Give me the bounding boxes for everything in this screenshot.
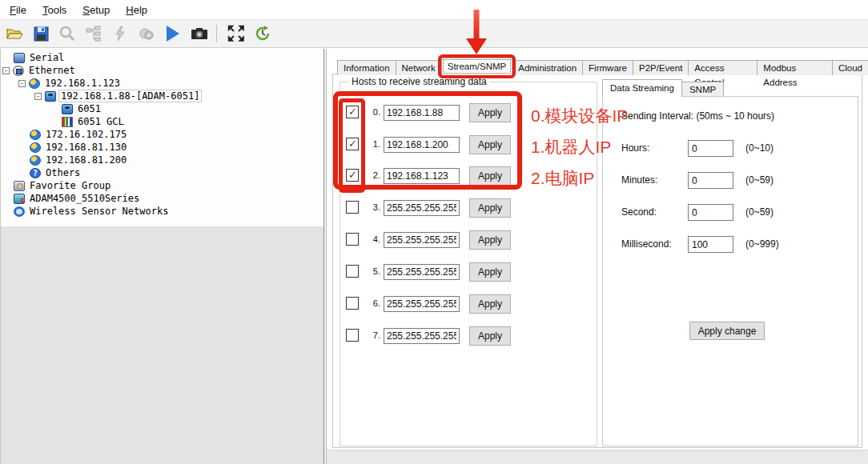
apply-button-3[interactable]: Apply bbox=[469, 198, 511, 218]
tab-snmp[interactable]: SNMP bbox=[681, 82, 724, 97]
open-folder-button[interactable] bbox=[2, 22, 26, 45]
tab-p2p-event[interactable]: P2P/Event bbox=[633, 60, 689, 75]
globe-icon bbox=[30, 130, 41, 140]
tree-item-ip-172[interactable]: 172.16.102.175 bbox=[1, 128, 324, 141]
collapse-toggle[interactable]: - bbox=[2, 67, 10, 74]
menu-file[interactable]: File bbox=[2, 2, 34, 18]
open-folder-icon bbox=[6, 26, 23, 41]
host-ip-input-3[interactable] bbox=[384, 200, 460, 216]
stream-monitor-icon bbox=[139, 26, 155, 41]
save-button[interactable] bbox=[29, 22, 53, 45]
tab-network[interactable]: Network bbox=[396, 60, 442, 75]
host-row-4: 4. Apply bbox=[340, 231, 597, 250]
host-checkbox-4[interactable] bbox=[346, 233, 359, 246]
data-streaming-panel: Sending Interval: (50ms ~ 10 hours) Hour… bbox=[602, 96, 858, 446]
others-icon bbox=[30, 168, 41, 178]
tree-item-ip-81-130[interactable]: 192.168.81.130 bbox=[1, 141, 324, 154]
tab-firmware[interactable]: Firmware bbox=[582, 60, 633, 75]
millisecond-input[interactable] bbox=[688, 236, 733, 253]
camera-button[interactable] bbox=[187, 22, 211, 45]
tree-item-others[interactable]: Others bbox=[1, 166, 324, 179]
collapse-toggle[interactable]: - bbox=[18, 80, 26, 87]
adam4500-icon bbox=[14, 194, 25, 204]
minutes-row: Minutes: (0~59) bbox=[603, 172, 858, 190]
tree-item-ip-123[interactable]: -192.168.1.123 bbox=[1, 77, 324, 90]
expand-view-button[interactable] bbox=[224, 22, 248, 45]
second-row: Second: (0~59) bbox=[603, 204, 858, 222]
menu-setup[interactable]: Setup bbox=[74, 2, 118, 18]
refresh-icon bbox=[254, 25, 271, 42]
host-checkbox-3[interactable] bbox=[346, 201, 359, 214]
tab-stream-snmp[interactable]: Stream/SNMP bbox=[441, 58, 513, 75]
tab-cloud[interactable]: Cloud bbox=[832, 60, 868, 75]
host-ip-input-1[interactable] bbox=[384, 137, 460, 153]
host-ip-input-4[interactable] bbox=[384, 232, 460, 248]
tab-administration[interactable]: Administration bbox=[512, 60, 583, 75]
apply-button-0[interactable]: Apply bbox=[469, 103, 511, 122]
apply-button-7[interactable]: Apply bbox=[469, 326, 511, 346]
save-icon bbox=[34, 26, 49, 42]
host-row-5: 5. Apply bbox=[340, 263, 597, 282]
tree-item-adam-6051[interactable]: -192.168.1.88-[ADAM-6051] bbox=[1, 90, 324, 102]
search-button[interactable] bbox=[55, 22, 79, 45]
hours-input[interactable] bbox=[688, 140, 733, 157]
apply-button-4[interactable]: Apply bbox=[469, 230, 511, 250]
search-icon bbox=[58, 25, 76, 42]
globe-icon bbox=[29, 78, 40, 89]
host-row-3: 3. Apply bbox=[340, 199, 597, 218]
device-tree: Serial -Ethernet -192.168.1.123 -192.168… bbox=[1, 49, 324, 226]
ethernet-icon bbox=[13, 66, 24, 76]
sending-interval-label: Sending Interval: (50ms ~ 10 hours) bbox=[621, 110, 774, 122]
tree-item-wireless[interactable]: Wireless Sensor Networks bbox=[1, 205, 324, 218]
host-ip-input-7[interactable] bbox=[384, 328, 460, 344]
device-tree-button[interactable] bbox=[82, 22, 106, 45]
stream-monitor-button[interactable] bbox=[135, 22, 159, 45]
tree-item-6051[interactable]: 6051 bbox=[1, 102, 324, 115]
tree-item-serial[interactable]: Serial bbox=[1, 51, 324, 64]
globe-icon bbox=[30, 155, 41, 166]
host-checkbox-0[interactable] bbox=[346, 106, 359, 118]
host-checkbox-1[interactable] bbox=[346, 138, 359, 150]
apply-button-5[interactable]: Apply bbox=[469, 262, 511, 282]
tree-item-6051-gcl[interactable]: 6051 GCL bbox=[1, 115, 324, 128]
tab-modbus-address[interactable]: Modbus Address bbox=[757, 60, 833, 75]
second-input[interactable] bbox=[688, 204, 733, 221]
stream-sub-tabstrip: Data Streaming SNMP bbox=[602, 79, 723, 97]
annotation-pc-ip: 2.电脑IP bbox=[531, 167, 594, 190]
host-checkbox-6[interactable] bbox=[346, 297, 359, 310]
menu-help[interactable]: Help bbox=[118, 2, 155, 18]
tab-access-control[interactable]: Access Control bbox=[688, 60, 757, 75]
annotation-module-ip: 0.模块设备IP bbox=[531, 105, 628, 127]
lightning-button[interactable] bbox=[108, 22, 132, 45]
apply-button-1[interactable]: Apply bbox=[469, 135, 511, 154]
host-ip-input-0[interactable] bbox=[384, 105, 460, 121]
apply-button-2[interactable]: Apply bbox=[469, 166, 511, 186]
play-icon bbox=[165, 25, 181, 42]
millisecond-row: Millisecond: (0~999) bbox=[603, 236, 858, 254]
refresh-button[interactable] bbox=[251, 22, 275, 45]
host-checkbox-7[interactable] bbox=[346, 329, 359, 342]
tab-information[interactable]: Information bbox=[337, 60, 396, 75]
tab-data-streaming[interactable]: Data Streaming bbox=[602, 79, 682, 97]
host-ip-input-5[interactable] bbox=[384, 264, 460, 280]
tree-item-ip-81-200[interactable]: 192.168.81.200 bbox=[1, 154, 324, 166]
host-checkbox-2[interactable] bbox=[346, 169, 359, 182]
camera-icon bbox=[191, 27, 208, 40]
annotation-robot-ip: 1.机器人IP bbox=[531, 136, 611, 158]
apply-button-6[interactable]: Apply bbox=[469, 294, 511, 314]
host-ip-input-6[interactable] bbox=[384, 296, 460, 312]
tree-item-favorite-group[interactable]: Favorite Group bbox=[1, 179, 324, 192]
tree-item-ethernet[interactable]: -Ethernet bbox=[1, 64, 324, 77]
collapse-toggle[interactable]: - bbox=[34, 93, 42, 100]
menu-tools[interactable]: Tools bbox=[34, 2, 74, 18]
device-tree-panel: Serial -Ethernet -192.168.1.123 -192.168… bbox=[0, 49, 323, 464]
device-tree-icon bbox=[86, 26, 102, 42]
module-icon bbox=[62, 104, 73, 114]
globe-icon bbox=[30, 142, 41, 153]
host-checkbox-5[interactable] bbox=[346, 265, 359, 278]
host-ip-input-2[interactable] bbox=[384, 168, 460, 184]
apply-change-button[interactable]: Apply change bbox=[689, 322, 765, 340]
play-button[interactable] bbox=[161, 22, 185, 45]
minutes-input[interactable] bbox=[688, 172, 733, 189]
tree-item-adam4500[interactable]: ADAM4500_5510Series bbox=[1, 192, 324, 205]
